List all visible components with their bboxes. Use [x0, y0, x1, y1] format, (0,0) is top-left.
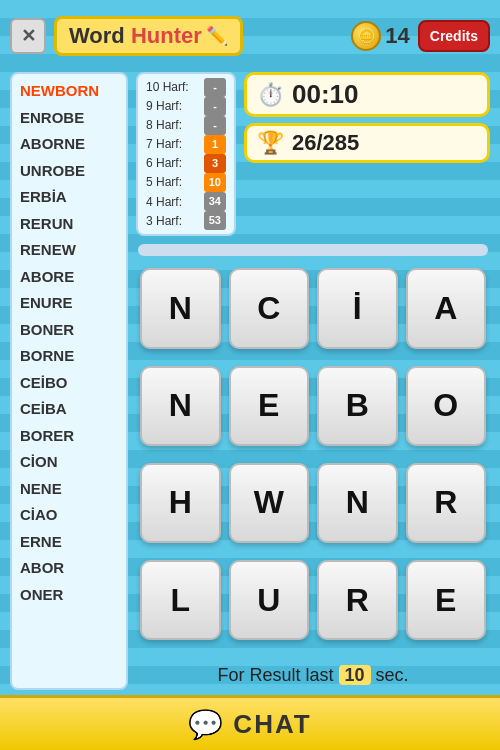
letter-cell[interactable]: E	[406, 560, 487, 641]
list-item: ENURE	[12, 290, 126, 317]
word-list: NEWBORNENROBEABORNEUNROBEERBİARERUNRENEW…	[10, 72, 128, 690]
letter-cell[interactable]: R	[406, 463, 487, 544]
letter-cell[interactable]: N	[140, 268, 221, 349]
harf-row: 8 Harf:-	[146, 116, 226, 135]
harf-badge: 34	[204, 192, 226, 211]
chat-icon: 💬	[188, 708, 223, 741]
result-suffix: sec.	[376, 665, 409, 685]
list-item: NENE	[12, 476, 126, 503]
harf-label: 10 Harf:	[146, 78, 189, 97]
letter-cell[interactable]: R	[317, 560, 398, 641]
list-item: CİAO	[12, 502, 126, 529]
list-item: RERUN	[12, 211, 126, 238]
title-word: Word	[69, 23, 125, 49]
letter-cell[interactable]: A	[406, 268, 487, 349]
timer-score-col: ⏱️ 00:10 🏆 26/285	[244, 72, 490, 236]
result-highlight: 10	[339, 665, 371, 685]
harf-badge: -	[204, 116, 226, 135]
letter-cell[interactable]: İ	[317, 268, 398, 349]
list-item: ABORE	[12, 264, 126, 291]
list-item: CEİBA	[12, 396, 126, 423]
harf-row: 10 Harf:-	[146, 78, 226, 97]
main-content: NEWBORNENROBEABORNEUNROBEERBİARERUNRENEW…	[10, 72, 490, 690]
harf-row: 5 Harf:10	[146, 173, 226, 192]
right-panel: 10 Harf:-9 Harf:-8 Harf:-7 Harf:16 Harf:…	[136, 72, 490, 690]
harf-label: 3 Harf:	[146, 212, 182, 231]
list-item: ONER	[12, 582, 126, 609]
stats-row: 10 Harf:-9 Harf:-8 Harf:-7 Harf:16 Harf:…	[136, 72, 490, 236]
letter-cell[interactable]: N	[140, 366, 221, 447]
letter-cell[interactable]: L	[140, 560, 221, 641]
harf-label: 8 Harf:	[146, 116, 182, 135]
coin-count: 14	[385, 23, 409, 49]
letter-cell[interactable]: E	[229, 366, 310, 447]
scroll-bar	[138, 244, 488, 256]
harf-label: 6 Harf:	[146, 154, 182, 173]
title-hunter: Hunter	[131, 23, 202, 49]
harf-badge: -	[204, 78, 226, 97]
chat-bar[interactable]: 💬 CHAT	[0, 695, 500, 750]
background: ✕ Word Hunter ✏️ 🪙 14 Credits NEWBORNENR…	[0, 0, 500, 750]
list-item: ERNE	[12, 529, 126, 556]
list-item: NEWBORN	[12, 78, 126, 105]
score-box: 🏆 26/285	[244, 123, 490, 163]
chat-label: CHAT	[233, 709, 311, 740]
harf-label: 5 Harf:	[146, 173, 182, 192]
letter-cell[interactable]: B	[317, 366, 398, 447]
coin-icon: 🪙	[351, 21, 381, 51]
list-item: UNROBE	[12, 158, 126, 185]
list-item: RENEW	[12, 237, 126, 264]
timer-icon: ⏱️	[257, 82, 284, 108]
letter-cell[interactable]: O	[406, 366, 487, 447]
letter-grid: NCİANEBOHWNRLURE	[136, 264, 490, 653]
letter-cell[interactable]: N	[317, 463, 398, 544]
list-item: ABOR	[12, 555, 126, 582]
harf-row: 6 Harf:3	[146, 154, 226, 173]
close-button[interactable]: ✕	[10, 18, 46, 54]
harf-label: 4 Harf:	[146, 193, 182, 212]
harf-row: 3 Harf:53	[146, 211, 226, 230]
list-item: ENROBE	[12, 105, 126, 132]
harf-box: 10 Harf:-9 Harf:-8 Harf:-7 Harf:16 Harf:…	[136, 72, 236, 236]
harf-row: 7 Harf:1	[146, 135, 226, 154]
harf-badge: 3	[204, 154, 226, 173]
title-box: Word Hunter ✏️	[54, 16, 243, 56]
list-item: CİON	[12, 449, 126, 476]
list-item: BORER	[12, 423, 126, 450]
harf-badge: 1	[204, 135, 226, 154]
coin-area: 🪙 14	[351, 21, 409, 51]
list-item: CEİBO	[12, 370, 126, 397]
timer-box: ⏱️ 00:10	[244, 72, 490, 117]
letter-cell[interactable]: W	[229, 463, 310, 544]
letter-cell[interactable]: U	[229, 560, 310, 641]
harf-badge: -	[204, 97, 226, 116]
top-bar: ✕ Word Hunter ✏️ 🪙 14 Credits	[10, 10, 490, 62]
harf-label: 7 Harf:	[146, 135, 182, 154]
list-item: BONER	[12, 317, 126, 344]
harf-badge: 10	[204, 173, 226, 192]
letter-cell[interactable]: H	[140, 463, 221, 544]
list-item: BORNE	[12, 343, 126, 370]
timer-display: 00:10	[292, 79, 359, 110]
credits-button[interactable]: Credits	[418, 20, 490, 52]
list-item: ABORNE	[12, 131, 126, 158]
score-display: 26/285	[292, 130, 359, 156]
list-item: ERBİA	[12, 184, 126, 211]
harf-row: 9 Harf:-	[146, 97, 226, 116]
score-icon: 🏆	[257, 130, 284, 156]
harf-row: 4 Harf:34	[146, 192, 226, 211]
pencil-icon: ✏️	[206, 25, 228, 47]
harf-badge: 53	[204, 211, 226, 230]
result-prefix: For Result last	[217, 665, 333, 685]
harf-label: 9 Harf:	[146, 97, 182, 116]
result-text: For Result last 10 sec.	[136, 661, 490, 690]
letter-cell[interactable]: C	[229, 268, 310, 349]
